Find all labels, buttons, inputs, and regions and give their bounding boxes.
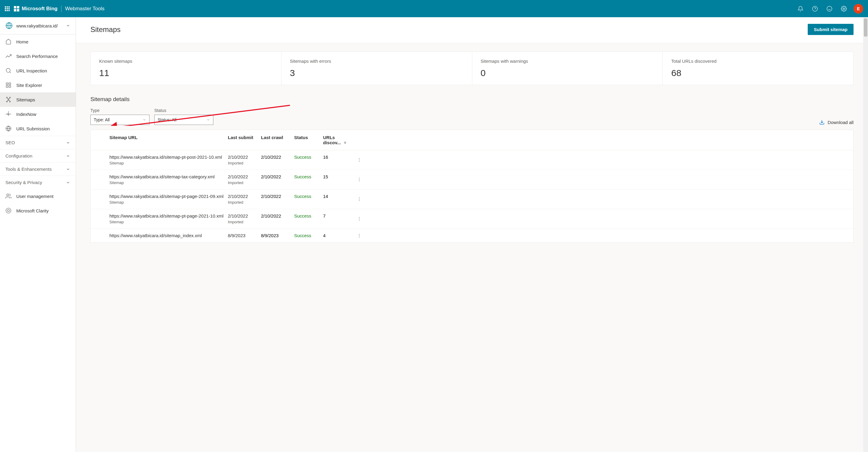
type-filter-label: Type <box>90 108 150 113</box>
sidebar-section-tools-enhancements[interactable]: Tools & Enhancements <box>0 162 76 176</box>
more-actions-icon[interactable] <box>357 158 362 162</box>
svg-point-33 <box>359 179 360 180</box>
header-left: Microsoft Bing Webmaster Tools <box>5 5 104 12</box>
table-row[interactable]: https://www.rakyatbicara.id/sitemap_inde… <box>91 229 853 242</box>
svg-line-6 <box>10 72 11 73</box>
chevron-down-icon <box>207 118 210 121</box>
sidebar-section-security-privacy[interactable]: Security & Privacy <box>0 176 76 189</box>
submit-sitemap-button[interactable]: Submit sitemap <box>808 24 854 35</box>
chevron-down-icon <box>143 118 146 121</box>
svg-line-19 <box>8 100 10 101</box>
sidebar-item-indexnow[interactable]: IndexNow <box>0 107 76 121</box>
col-header-url[interactable]: Sitemap URL <box>91 135 228 145</box>
last-crawl: 8/9/2023 <box>261 233 294 238</box>
sidebar-item-microsoft-clarity[interactable]: Microsoft Clarity <box>0 203 76 218</box>
table-row[interactable]: https://www.rakyatbicara.id/sitemap-pt-p… <box>91 150 853 170</box>
site-name: www.rakyatbicara.id/ <box>16 23 62 28</box>
urls-discovered: 14 <box>323 194 353 204</box>
last-submit: 2/10/2022 <box>228 174 261 179</box>
main-content: Sitemaps Submit sitemap Known sitemaps11… <box>76 17 868 452</box>
scrollbar[interactable] <box>863 17 868 452</box>
col-header-crawl[interactable]: Last crawl <box>261 135 294 145</box>
sidebar-item-home[interactable]: Home <box>0 34 76 49</box>
table-row[interactable]: https://www.rakyatbicara.id/sitemap-tax-… <box>91 170 853 190</box>
nav-icon <box>5 82 11 88</box>
nav-icon <box>5 111 11 117</box>
svg-point-34 <box>359 181 360 181</box>
more-actions-icon[interactable] <box>357 197 362 202</box>
chevron-down-icon <box>66 167 70 171</box>
col-header-submit[interactable]: Last submit <box>228 135 261 145</box>
svg-line-18 <box>7 100 8 101</box>
svg-rect-9 <box>9 86 11 87</box>
stat-value: 3 <box>290 68 464 78</box>
status-badge: Success <box>294 233 311 238</box>
status-badge: Success <box>294 154 311 160</box>
nav-icon <box>5 67 11 74</box>
notifications-icon[interactable] <box>795 3 807 15</box>
sidebar-section-seo[interactable]: SEO <box>0 136 76 149</box>
type-filter-select[interactable]: Type: All <box>90 115 150 125</box>
svg-point-36 <box>359 199 360 199</box>
more-actions-icon[interactable] <box>357 216 362 221</box>
status-filter-select[interactable]: Status: All <box>154 115 213 125</box>
chevron-down-icon <box>66 180 70 185</box>
urls-discovered: 4 <box>323 233 353 238</box>
nav-label: Sitemaps <box>16 97 35 102</box>
sitemap-type: Sitemap <box>110 180 228 185</box>
svg-rect-7 <box>6 83 8 85</box>
sidebar-item-site-explorer[interactable]: Site Explorer <box>0 78 76 92</box>
sitemap-url: https://www.rakyatbicara.id/sitemap_inde… <box>110 233 228 238</box>
sidebar-item-search-performance[interactable]: Search Performance <box>0 49 76 63</box>
help-icon[interactable] <box>809 3 821 15</box>
status-badge: Success <box>294 194 311 199</box>
download-icon <box>819 119 825 125</box>
svg-point-11 <box>6 97 7 98</box>
settings-icon[interactable] <box>838 3 850 15</box>
submit-method: Imported <box>228 220 261 224</box>
table-row[interactable]: https://www.rakyatbicara.id/sitemap-pt-p… <box>91 190 853 209</box>
sitemap-url: https://www.rakyatbicara.id/sitemap-pt-p… <box>110 194 228 199</box>
svg-point-31 <box>359 161 360 162</box>
feedback-icon[interactable] <box>824 3 835 15</box>
stat-value: 11 <box>99 68 273 78</box>
sidebar-item-sitemaps[interactable]: Sitemaps <box>0 92 76 107</box>
more-actions-icon[interactable] <box>357 177 362 182</box>
submit-method: Imported <box>228 180 261 185</box>
stats-cards: Known sitemaps11Sitemaps with errors3Sit… <box>90 52 854 85</box>
last-submit: 2/10/2022 <box>228 194 261 199</box>
nav-label: URL Inspection <box>16 68 47 73</box>
urls-discovered: 15 <box>323 174 353 185</box>
nav-label: Home <box>16 39 28 44</box>
svg-point-37 <box>359 200 360 201</box>
app-launcher-icon[interactable] <box>5 6 10 11</box>
more-actions-icon[interactable] <box>357 233 362 238</box>
nav-label: User management <box>16 194 53 199</box>
svg-point-38 <box>359 217 360 218</box>
download-all-button[interactable]: Download all <box>819 119 854 125</box>
col-header-urls[interactable]: URLs discov... <box>323 135 353 145</box>
header-right: E <box>795 3 863 15</box>
site-selector[interactable]: www.rakyatbicara.id/ <box>0 17 76 34</box>
chevron-down-icon <box>66 154 70 158</box>
svg-point-29 <box>359 158 360 159</box>
table-row[interactable]: https://www.rakyatbicara.id/sitemap-pt-p… <box>91 209 853 229</box>
sitemap-type: Sitemap <box>110 220 228 224</box>
svg-point-23 <box>7 194 9 196</box>
sidebar-item-user-management[interactable]: User management <box>0 189 76 203</box>
submit-method: Imported <box>228 161 261 165</box>
section-label: SEO <box>5 140 15 145</box>
col-header-status[interactable]: Status <box>294 135 323 145</box>
brand[interactable]: Microsoft Bing Webmaster Tools <box>14 5 104 12</box>
last-submit: 2/10/2022 <box>228 154 261 160</box>
svg-point-35 <box>359 197 360 198</box>
nav-icon <box>5 193 11 199</box>
sidebar-item-url-inspection[interactable]: URL Inspection <box>0 63 76 78</box>
svg-rect-10 <box>6 86 8 87</box>
sidebar-section-configuration[interactable]: Configuration <box>0 149 76 162</box>
filters-row: Type Type: All Status Status: All Downl <box>90 108 854 125</box>
sitemap-type: Sitemap <box>110 200 228 204</box>
user-avatar[interactable]: E <box>854 4 863 13</box>
nav-icon <box>5 53 11 59</box>
sidebar-item-url-submission[interactable]: URL Submission <box>0 121 76 136</box>
